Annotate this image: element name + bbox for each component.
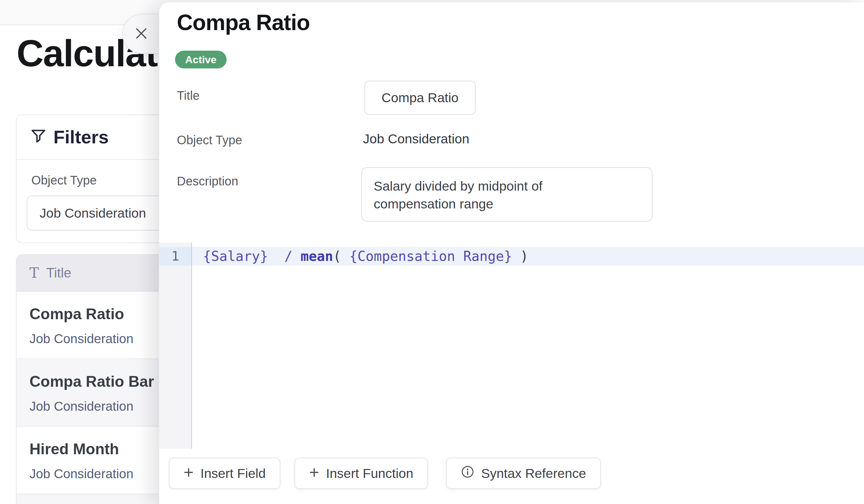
filters-title: Filters: [53, 127, 109, 148]
code-token-salary: {Salary}: [203, 248, 268, 264]
editor-gutter: [159, 242, 191, 449]
code-token-function: mean: [301, 248, 333, 264]
drawer-title: Compa Ratio: [177, 10, 310, 35]
close-icon: [134, 26, 148, 42]
insert-function-label: Insert Function: [326, 466, 413, 481]
syntax-reference-button[interactable]: Syntax Reference: [446, 458, 601, 489]
title-field-label: Title: [177, 89, 200, 103]
plus-icon: +: [309, 464, 319, 481]
insert-field-label: Insert Field: [201, 466, 266, 481]
formula-editor[interactable]: 1 {Salary} / mean( {Compensation Range} …: [159, 242, 864, 449]
code-token-close-paren: ): [512, 248, 528, 264]
insert-field-button[interactable]: + Insert Field: [169, 458, 280, 489]
close-drawer-button[interactable]: [122, 14, 159, 54]
description-label: Description: [177, 175, 238, 188]
insert-function-button[interactable]: + Insert Function: [295, 458, 428, 489]
title-input[interactable]: [364, 81, 476, 115]
calculated-field-drawer: Compa Ratio Active Title Object Type Job…: [159, 2, 864, 504]
object-type-value: Job Consideration: [363, 131, 469, 146]
title-column-header: Title: [46, 265, 72, 280]
object-type-filter-label: Object Type: [31, 173, 97, 187]
object-type-label: Object Type: [177, 133, 242, 147]
formula-code-line[interactable]: {Salary} / mean( {Compensation Range} ): [203, 247, 528, 266]
line-number: 1: [159, 247, 191, 266]
syntax-reference-label: Syntax Reference: [481, 466, 586, 481]
info-icon: [461, 465, 475, 482]
description-textarea[interactable]: Salary divided by midpoint of compensati…: [361, 167, 652, 221]
filter-funnel-icon: [31, 129, 46, 145]
description-text: Salary divided by midpoint of compensati…: [374, 177, 576, 213]
gutter-divider: [191, 242, 192, 449]
text-type-icon: T: [29, 266, 39, 280]
code-token-range: {Compensation Range}: [349, 248, 512, 264]
plus-icon: +: [184, 464, 194, 481]
code-token-open-paren: (: [333, 248, 349, 264]
object-type-filter-value: Job Consideration: [40, 206, 146, 221]
status-badge: Active: [175, 51, 227, 69]
app-canvas: Calculate Filters Object Type Job Consid…: [0, 0, 864, 504]
code-token-operator: /: [268, 248, 301, 264]
